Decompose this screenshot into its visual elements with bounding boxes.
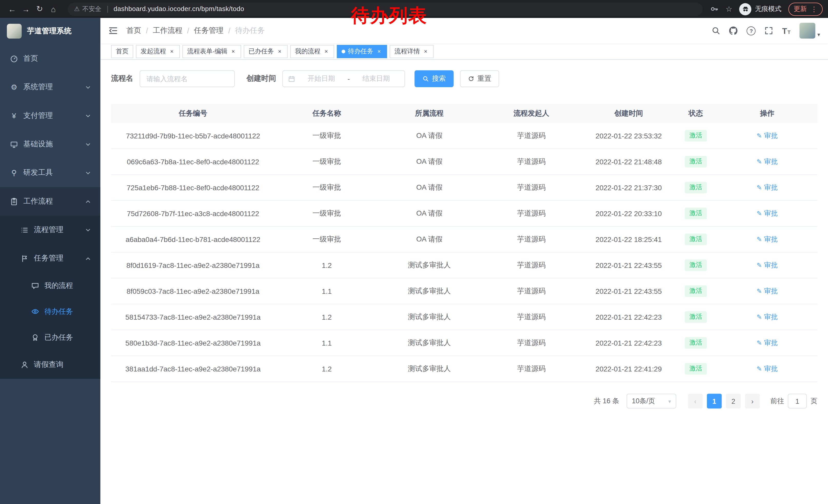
home-icon[interactable]: ⌂	[46, 2, 60, 16]
fullscreen-icon[interactable]	[764, 27, 773, 35]
approve-link[interactable]: ✎审批	[757, 312, 778, 322]
sidebar-item-label: 流程管理	[34, 225, 64, 235]
breadcrumb-workflow[interactable]: 工作流程	[153, 26, 182, 35]
cell-process: OA 请假	[379, 183, 480, 192]
password-key-icon[interactable]	[710, 5, 719, 13]
tab-process-detail[interactable]: 流程详情 ×	[389, 45, 433, 58]
cell-task-id: 580e1b3d-7ac8-11ec-a9e2-a2380e71991a	[111, 339, 275, 347]
reload-icon[interactable]: ↻	[33, 2, 47, 16]
tab-home[interactable]: 首页	[111, 45, 133, 58]
address-bar[interactable]: ⚠ 不安全 dashboard.yudao.iocoder.cn/bpm/tas…	[68, 2, 703, 16]
tab-process-form-edit[interactable]: 流程表单-编辑 ×	[182, 45, 241, 58]
page-button-1[interactable]: 1	[707, 394, 722, 409]
page-size-select[interactable]: 10条/页 ▾	[627, 394, 676, 409]
cell-initiator: 芋道源码	[480, 235, 583, 244]
close-icon[interactable]: ×	[277, 48, 283, 55]
cell-create-time: 2022-01-22 18:25:41	[583, 235, 675, 243]
close-icon[interactable]: ×	[230, 48, 237, 55]
chevron-down-icon	[85, 141, 91, 147]
tab-done-tasks[interactable]: 已办任务 ×	[244, 45, 288, 58]
edit-icon: ✎	[757, 158, 762, 165]
edit-icon: ✎	[757, 287, 762, 295]
sidebar-item-todo-tasks[interactable]: 待办任务	[0, 299, 100, 325]
forward-icon[interactable]: →	[19, 2, 33, 16]
sidebar-item-label: 支付管理	[23, 111, 53, 121]
caret-down-icon: ▾	[668, 398, 671, 404]
sidebar-item-devtools[interactable]: ⚲ 研发工具	[0, 158, 100, 187]
browser-actions: ☆ 无痕模式 更新 ⋮	[710, 2, 823, 16]
cell-process: OA 请假	[379, 131, 480, 140]
column-task-name: 任务名称	[275, 109, 379, 119]
app-title: 芋道管理系统	[27, 27, 71, 36]
process-name-input[interactable]	[139, 70, 235, 87]
approve-link[interactable]: ✎审批	[757, 209, 778, 218]
sidebar: 芋道管理系统 首页 ⚙ 系统管理 ¥ 支付管理	[0, 18, 100, 504]
sidebar-item-infrastructure[interactable]: 基础设施	[0, 130, 100, 158]
approve-link[interactable]: ✎审批	[757, 235, 778, 244]
tab-label: 流程表单-编辑	[187, 47, 227, 56]
close-icon[interactable]: ×	[169, 48, 175, 55]
status-badge: 激活	[685, 156, 707, 168]
cell-process: 测试多审批人	[379, 312, 480, 322]
sidebar-item-payment[interactable]: ¥ 支付管理	[0, 101, 100, 130]
gear-icon: ⚙	[9, 83, 18, 92]
date-range-picker[interactable]: 开始日期 - 结束日期	[282, 70, 405, 87]
approve-link[interactable]: ✎审批	[757, 157, 778, 166]
tab-start-process[interactable]: 发起流程 ×	[136, 45, 180, 58]
clipboard-icon	[9, 197, 18, 205]
close-icon[interactable]: ×	[323, 48, 329, 55]
user-avatar-menu[interactable]: ▾	[799, 23, 820, 39]
help-icon[interactable]: ?	[747, 26, 756, 35]
bookmark-star-icon[interactable]: ☆	[726, 5, 732, 13]
sidebar-item-my-process[interactable]: 我的流程	[0, 273, 100, 299]
edit-icon: ✎	[757, 184, 762, 191]
breadcrumb-task-management[interactable]: 任务管理	[194, 26, 223, 35]
refresh-icon	[468, 76, 474, 82]
breadcrumb-home[interactable]: 首页	[126, 26, 141, 35]
browser-menu-icon[interactable]: ⋮	[811, 5, 818, 13]
chat-icon	[31, 282, 40, 290]
sidebar-collapse-icon[interactable]	[109, 26, 118, 35]
back-icon[interactable]: ←	[5, 2, 19, 16]
sidebar-item-process-management[interactable]: 流程管理	[0, 216, 100, 244]
approve-link[interactable]: ✎审批	[757, 286, 778, 296]
prev-page-button[interactable]: ‹	[688, 394, 703, 409]
goto-page-input[interactable]	[788, 394, 807, 409]
sidebar-item-label: 系统管理	[23, 83, 53, 92]
approve-link[interactable]: ✎审批	[757, 364, 778, 373]
chevron-up-icon	[85, 198, 91, 204]
sidebar-item-leave-query[interactable]: 请假查询	[0, 351, 100, 379]
cell-task-id: 58154733-7ac8-11ec-a9e2-a2380e71991a	[111, 313, 275, 321]
approve-link[interactable]: ✎审批	[757, 183, 778, 192]
font-size-icon[interactable]: TT	[782, 27, 790, 35]
approve-link[interactable]: ✎审批	[757, 338, 778, 348]
app-logo-row: 芋道管理系统	[0, 18, 100, 44]
search-button[interactable]: 搜索	[415, 70, 454, 87]
cell-process: OA 请假	[379, 209, 480, 218]
security-warning[interactable]: ⚠ 不安全	[74, 5, 101, 13]
close-icon[interactable]: ×	[376, 48, 382, 55]
next-page-button[interactable]: ›	[745, 394, 760, 409]
sidebar-item-task-management[interactable]: 任务管理	[0, 244, 100, 273]
page-button-2[interactable]: 2	[726, 394, 741, 409]
tab-my-process[interactable]: 我的流程 ×	[290, 45, 334, 58]
sidebar-item-label: 已办任务	[44, 333, 73, 342]
cell-task-name: 一级审批	[275, 131, 379, 140]
approve-link[interactable]: ✎审批	[757, 261, 778, 270]
browser-update-button[interactable]: 更新 ⋮	[788, 2, 823, 16]
github-icon[interactable]	[729, 27, 738, 35]
cell-create-time: 2022-01-21 22:43:55	[583, 261, 675, 269]
sidebar-item-system[interactable]: ⚙ 系统管理	[0, 73, 100, 101]
approve-link[interactable]: ✎审批	[757, 131, 778, 140]
sidebar-item-done-tasks[interactable]: 已办任务	[0, 325, 100, 351]
close-icon[interactable]: ×	[422, 48, 429, 55]
sidebar-item-workflow[interactable]: 工作流程	[0, 187, 100, 216]
cell-create-time: 2022-01-21 22:41:29	[583, 365, 675, 373]
incognito-badge: 无痕模式	[739, 3, 782, 15]
search-icon[interactable]	[712, 27, 720, 35]
range-separator: -	[347, 75, 350, 83]
page-unit-label: 页	[811, 396, 818, 406]
reset-button[interactable]: 重置	[460, 70, 499, 87]
sidebar-item-home[interactable]: 首页	[0, 44, 100, 73]
tab-todo-tasks[interactable]: 待办任务 ×	[337, 45, 387, 58]
